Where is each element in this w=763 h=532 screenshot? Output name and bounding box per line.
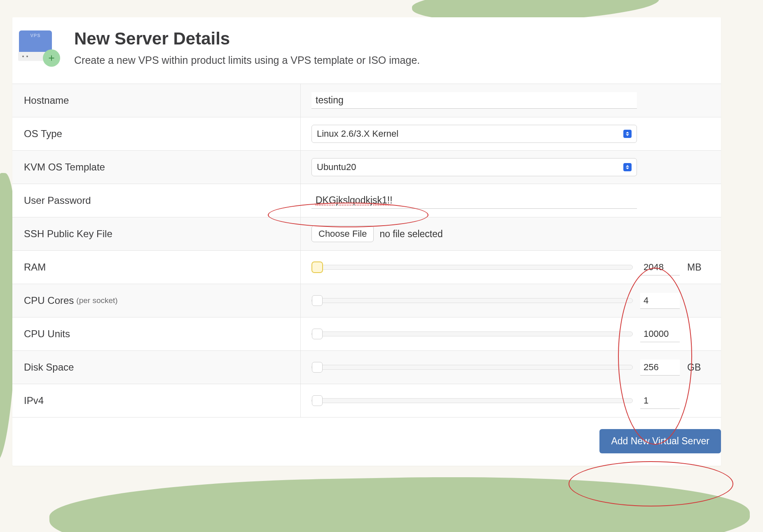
row-cpu-cores: CPU Cores (per socket)	[12, 284, 721, 317]
panel-header: New Server Details Create a new VPS with…	[12, 17, 721, 84]
chevron-updown-icon	[623, 130, 632, 138]
ram-input[interactable]	[640, 259, 680, 275]
user-password-input[interactable]	[311, 192, 637, 209]
slider-thumb[interactable]	[312, 329, 323, 339]
slider-thumb[interactable]	[312, 295, 323, 306]
label-ipv4: IPv4	[12, 384, 301, 417]
new-server-panel: New Server Details Create a new VPS with…	[12, 17, 721, 466]
disk-input[interactable]	[640, 359, 680, 376]
plus-icon	[43, 49, 60, 67]
row-kvm-template: KVM OS Template Ubuntu20	[12, 151, 721, 184]
choose-file-button[interactable]: Choose File	[311, 226, 374, 242]
slider-thumb[interactable]	[312, 362, 323, 373]
ram-slider[interactable]	[311, 265, 633, 270]
page-title: New Server Details	[74, 29, 420, 49]
row-disk: Disk Space GB	[12, 351, 721, 384]
row-ipv4: IPv4	[12, 384, 721, 418]
chevron-updown-icon	[623, 163, 632, 171]
slider-thumb[interactable]	[312, 262, 323, 273]
label-kvm-template: KVM OS Template	[12, 151, 301, 184]
label-hostname: Hostname	[12, 84, 301, 117]
add-server-button[interactable]: Add New Virtual Server	[599, 429, 721, 453]
os-type-value: Linux 2.6/3.X Kernel	[317, 128, 398, 139]
kvm-template-select[interactable]: Ubuntu20	[311, 158, 637, 176]
ipv4-input[interactable]	[640, 393, 680, 409]
os-type-select[interactable]: Linux 2.6/3.X Kernel	[311, 125, 637, 143]
slider-thumb[interactable]	[312, 395, 323, 406]
label-ssh-key: SSH Public Key File	[12, 217, 301, 250]
label-cpu-cores: CPU Cores (per socket)	[12, 284, 301, 317]
disk-unit: GB	[687, 362, 705, 373]
row-cpu-units: CPU Units	[12, 317, 721, 351]
disk-slider[interactable]	[311, 365, 633, 370]
ipv4-slider[interactable]	[311, 398, 633, 403]
cpu-cores-slider[interactable]	[311, 298, 633, 303]
row-ram: RAM MB	[12, 251, 721, 284]
label-ram: RAM	[12, 251, 301, 284]
cpu-units-input[interactable]	[640, 326, 680, 342]
panel-footer: Add New Virtual Server	[12, 418, 721, 466]
row-user-password: User Password	[12, 184, 721, 217]
page-subtitle: Create a new VPS within product limits u…	[74, 54, 420, 66]
kvm-template-value: Ubuntu20	[317, 162, 356, 173]
server-form: Hostname OS Type Linux 2.6/3.X Kernel KV…	[12, 84, 721, 418]
row-os-type: OS Type Linux 2.6/3.X Kernel	[12, 117, 721, 151]
row-ssh-key: SSH Public Key File Choose File no file …	[12, 217, 721, 251]
cpu-units-slider[interactable]	[311, 331, 633, 336]
file-status: no file selected	[379, 229, 442, 240]
label-user-password: User Password	[12, 184, 301, 217]
background-decoration	[49, 471, 750, 532]
label-os-type: OS Type	[12, 117, 301, 150]
vps-add-icon	[16, 29, 58, 66]
cpu-cores-input[interactable]	[640, 293, 680, 309]
ram-unit: MB	[687, 262, 705, 273]
hostname-input[interactable]	[311, 92, 637, 109]
row-hostname: Hostname	[12, 84, 721, 117]
label-cpu-units: CPU Units	[12, 317, 301, 350]
label-disk: Disk Space	[12, 351, 301, 384]
